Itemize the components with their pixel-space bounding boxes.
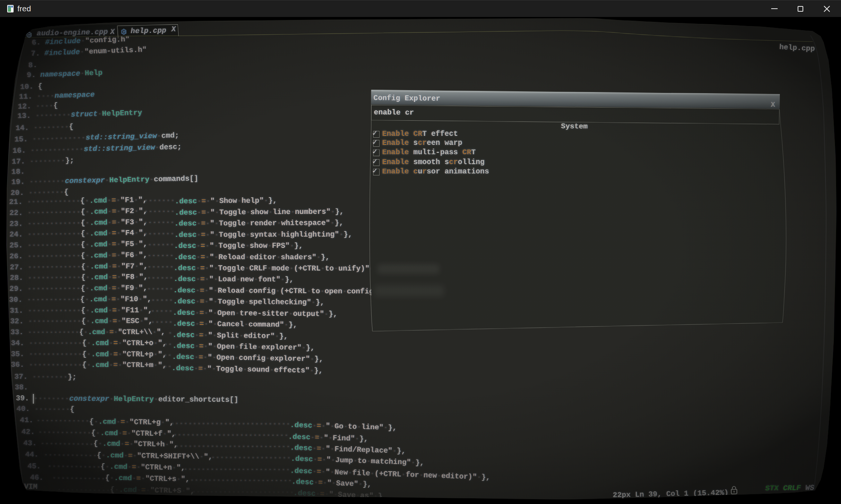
svg-text:C: C — [122, 29, 125, 34]
svg-text:C: C — [27, 32, 31, 37]
